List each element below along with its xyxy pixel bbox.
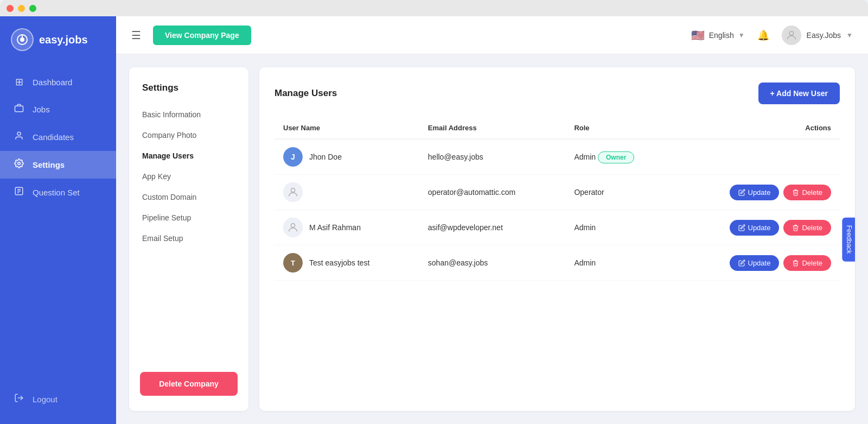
settings-title: Settings	[129, 83, 248, 104]
email-cell: hello@easy.jobs	[419, 139, 566, 175]
chevron-down-icon: ▼	[738, 31, 745, 39]
sidebar-item-label: Jobs	[33, 105, 50, 114]
role-column-header: Role	[565, 117, 673, 139]
username-cell: T Test easyjobs test	[275, 245, 419, 281]
logout-icon	[13, 393, 25, 406]
close-button[interactable]	[7, 5, 14, 12]
flag-icon: 🇺🇸	[691, 29, 705, 42]
sidebar-logo[interactable]: easy.jobs	[0, 16, 116, 63]
settings-item-custom-domain[interactable]: Custom Domain	[129, 187, 248, 207]
sidebar-nav: ⊞ Dashboard Jobs Candidates Settings	[0, 63, 116, 380]
table-row: T Test easyjobs test sohan@easy.jobs Adm…	[275, 245, 840, 281]
settings-item-basic-info[interactable]: Basic Information	[129, 104, 248, 125]
dashboard-icon: ⊞	[13, 76, 25, 88]
sidebar-bottom: Logout	[0, 380, 116, 424]
language-label: English	[709, 31, 734, 40]
actions-cell	[674, 139, 840, 175]
update-button[interactable]: Update	[730, 255, 780, 271]
actions-cell: Update Delete	[674, 210, 840, 245]
delete-company-button[interactable]: Delete Company	[140, 372, 238, 396]
update-button[interactable]: Update	[730, 185, 780, 200]
svg-rect-3	[15, 106, 23, 112]
role-cell: Admin	[565, 210, 673, 245]
avatar: J	[283, 147, 303, 167]
delete-button[interactable]: Delete	[783, 220, 831, 236]
user-name-text: Test easyjobs test	[309, 258, 369, 267]
username-cell	[275, 175, 419, 210]
settings-item-email-setup[interactable]: Email Setup	[129, 228, 248, 249]
avatar	[283, 182, 303, 202]
settings-item-company-photo[interactable]: Company Photo	[129, 125, 248, 145]
jobs-icon	[13, 103, 25, 116]
feedback-label[interactable]: Feedback	[843, 217, 855, 261]
settings-item-pipeline-setup[interactable]: Pipeline Setup	[129, 207, 248, 228]
header: ☰ View Company Page 🇺🇸 English ▼ 🔔 Easy.…	[116, 16, 868, 54]
username-cell: J Jhon Doe	[275, 139, 419, 175]
sidebar-item-dashboard[interactable]: ⊞ Dashboard	[0, 68, 116, 96]
main-area: ☰ View Company Page 🇺🇸 English ▼ 🔔 Easy.…	[116, 16, 868, 424]
user-menu[interactable]: Easy.Jobs ▼	[782, 26, 853, 45]
user-name-text: M Asif Rahman	[309, 223, 361, 232]
maximize-button[interactable]	[29, 5, 36, 12]
settings-panel: Settings Basic Information Company Photo…	[129, 67, 248, 411]
app-container: easy.jobs ⊞ Dashboard Jobs Candidates	[0, 16, 868, 424]
language-selector[interactable]: 🇺🇸 English ▼	[691, 29, 745, 42]
delete-button[interactable]: Delete	[783, 255, 831, 271]
settings-item-app-key[interactable]: App Key	[129, 166, 248, 187]
logo-icon	[11, 28, 34, 51]
avatar	[283, 218, 303, 237]
action-buttons: Update Delete	[682, 220, 831, 236]
candidates-icon	[13, 131, 25, 143]
users-header: Manage Users + Add New User	[275, 83, 840, 104]
hamburger-icon[interactable]: ☰	[131, 29, 141, 42]
sidebar-item-settings[interactable]: Settings	[0, 151, 116, 179]
settings-menu: Settings Basic Information Company Photo…	[129, 83, 248, 249]
notification-bell[interactable]: 🔔	[754, 26, 773, 45]
sidebar-item-candidates[interactable]: Candidates	[0, 123, 116, 151]
svg-point-5	[18, 162, 21, 165]
content-area: Settings Basic Information Company Photo…	[116, 54, 868, 424]
sidebar-item-jobs[interactable]: Jobs	[0, 96, 116, 123]
add-new-user-button[interactable]: + Add New User	[758, 83, 840, 104]
view-company-button[interactable]: View Company Page	[153, 26, 251, 45]
minimize-button[interactable]	[18, 5, 25, 12]
email-cell: operator@automattic.com	[419, 175, 566, 210]
delete-company-section: Delete Company	[129, 372, 248, 396]
svg-point-11	[789, 31, 793, 35]
sidebar-item-label: Settings	[33, 160, 65, 169]
sidebar: easy.jobs ⊞ Dashboard Jobs Candidates	[0, 16, 116, 424]
table-row: J Jhon Doe hello@easy.jobs Admin Owner	[275, 139, 840, 175]
settings-menu-list: Basic Information Company Photo Manage U…	[129, 104, 248, 249]
owner-badge: Owner	[598, 151, 634, 163]
settings-icon	[13, 159, 25, 171]
role-cell: Admin Owner	[565, 139, 673, 175]
sidebar-item-label: Candidates	[33, 132, 74, 142]
table-row: M Asif Rahman asif@wpdeveloper.net Admin…	[275, 210, 840, 245]
question-set-icon	[13, 186, 25, 199]
email-column-header: Email Address	[419, 117, 566, 139]
user-chevron-icon: ▼	[846, 31, 853, 39]
email-cell: sohan@easy.jobs	[419, 245, 566, 281]
actions-cell: Update Delete	[674, 175, 840, 210]
sidebar-item-question-set[interactable]: Question Set	[0, 179, 116, 206]
sidebar-item-label: Question Set	[33, 188, 80, 197]
table-body: J Jhon Doe hello@easy.jobs Admin Owner o…	[275, 139, 840, 281]
users-panel: Manage Users + Add New User User Name Em…	[259, 67, 855, 411]
users-table: User Name Email Address Role Actions J J…	[275, 117, 840, 281]
logout-button[interactable]: Logout	[0, 385, 116, 413]
user-name-text: Jhon Doe	[309, 153, 342, 161]
window-chrome	[0, 0, 868, 16]
svg-point-13	[291, 224, 295, 227]
update-button[interactable]: Update	[730, 220, 780, 236]
delete-button[interactable]: Delete	[783, 185, 831, 200]
settings-item-manage-users[interactable]: Manage Users	[129, 145, 248, 166]
logo-text: easy.jobs	[39, 34, 88, 46]
bell-icon: 🔔	[757, 29, 769, 41]
feedback-tab[interactable]: Feedback	[843, 217, 855, 261]
users-panel-title: Manage Users	[275, 88, 337, 99]
avatar: T	[283, 253, 303, 273]
email-cell: asif@wpdeveloper.net	[419, 210, 566, 245]
svg-point-4	[17, 132, 21, 135]
svg-point-1	[20, 37, 24, 42]
sidebar-item-label: Dashboard	[33, 78, 72, 87]
